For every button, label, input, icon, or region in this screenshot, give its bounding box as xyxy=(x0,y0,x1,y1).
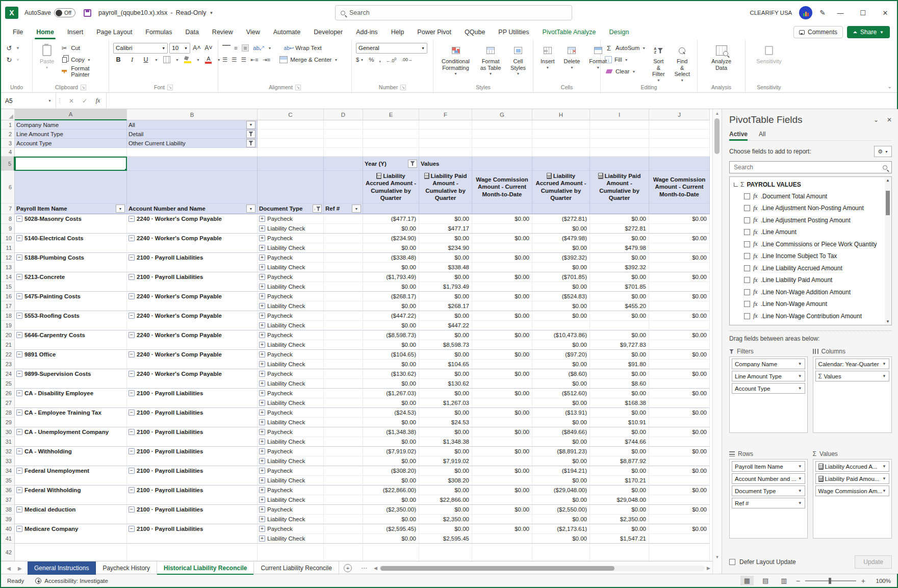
collapse-icon[interactable]: − xyxy=(16,235,22,241)
row-number[interactable]: 16 xyxy=(1,292,15,301)
column-header-I[interactable]: I xyxy=(590,109,649,120)
document-type-cell[interactable]: +Paycheck xyxy=(258,369,324,379)
insert-function-icon[interactable]: fx xyxy=(92,97,104,105)
grid-cell[interactable] xyxy=(532,148,590,157)
value-cell[interactable]: $0.00 xyxy=(419,408,472,418)
align-left-button[interactable]: ☰ xyxy=(222,56,227,63)
menu-tab-add-ins[interactable]: Add-ins xyxy=(349,24,384,40)
document-type-cell[interactable]: +Paycheck xyxy=(258,234,324,243)
account-cell[interactable]: −2240 · Worker's Comp Payable xyxy=(127,330,258,340)
expand-icon[interactable]: + xyxy=(259,322,265,328)
expand-icon[interactable]: + xyxy=(259,254,265,261)
collapse-icon[interactable]: − xyxy=(129,506,135,513)
value-cell[interactable]: $0.00 xyxy=(363,515,419,524)
field-checkbox[interactable] xyxy=(744,325,750,325)
value-cell[interactable]: $0.00 xyxy=(649,330,710,340)
align-top-button[interactable]: ▔▔ xyxy=(222,45,230,52)
value-cell[interactable] xyxy=(532,321,590,330)
value-cell[interactable]: $0.00 xyxy=(472,369,532,379)
value-cell[interactable]: $24.53 xyxy=(419,418,472,427)
value-cell[interactable]: $0.00 xyxy=(590,369,649,379)
row-number[interactable]: 14 xyxy=(1,272,15,282)
vertical-scrollbar[interactable]: ▲ ▼ xyxy=(712,109,722,574)
collapse-icon[interactable]: − xyxy=(129,448,135,454)
account-cell[interactable] xyxy=(127,301,258,311)
row-number[interactable]: 38 xyxy=(1,505,15,515)
value-cell[interactable] xyxy=(649,243,710,253)
field-list-item[interactable]: fx.Line Income Subject To Tax xyxy=(733,250,883,263)
ref-cell[interactable] xyxy=(324,369,363,379)
sheet-tab-paycheck-history[interactable]: Paycheck History xyxy=(96,561,157,575)
value-cell[interactable]: $0.00 xyxy=(472,350,532,360)
value-cell[interactable]: $2,595.45 xyxy=(419,534,472,544)
area-field-pill[interactable]: Liability Accrued A...▼ xyxy=(815,461,889,472)
value-cell[interactable]: ($7,919.02) xyxy=(363,447,419,456)
ref-cell[interactable] xyxy=(324,447,363,456)
grid-cell[interactable] xyxy=(649,130,710,139)
value-cell[interactable] xyxy=(649,398,710,408)
expand-icon[interactable]: + xyxy=(259,380,265,387)
area-field-pill[interactable]: Ref #▼ xyxy=(732,498,805,508)
value-cell[interactable]: $0.00 xyxy=(649,524,710,534)
expand-icon[interactable]: + xyxy=(259,332,265,338)
grid-cell[interactable] xyxy=(532,203,590,214)
menu-tab-automate[interactable]: Automate xyxy=(267,24,307,40)
comma-style-button[interactable]: , xyxy=(379,57,381,63)
grid-cell[interactable] xyxy=(649,148,710,157)
column-header-E[interactable]: E xyxy=(363,109,419,120)
value-cell[interactable] xyxy=(472,243,532,253)
accessibility-status[interactable]: Accessibility: Investigate xyxy=(44,578,108,584)
field-list-item[interactable]: fx.Line Liability Paid Amount xyxy=(733,274,883,287)
column-header-G[interactable]: G xyxy=(472,109,532,120)
value-cell[interactable]: ($24.53) xyxy=(363,408,419,418)
expand-icon[interactable]: + xyxy=(259,225,265,232)
value-cell[interactable]: $0.00 xyxy=(363,301,419,311)
document-type-cell[interactable]: +Liability Check xyxy=(258,379,324,389)
row-number[interactable]: 23 xyxy=(1,360,15,369)
grid-cell[interactable] xyxy=(127,157,258,171)
value-cell[interactable]: $0.00 xyxy=(419,272,472,282)
value-cell[interactable]: $7,919.02 xyxy=(419,456,472,466)
account-cell[interactable] xyxy=(127,360,258,369)
document-type-cell[interactable]: +Paycheck xyxy=(258,485,324,495)
value-cell[interactable]: $0.00 xyxy=(472,330,532,340)
comments-button[interactable]: Comments xyxy=(793,26,843,38)
row-number[interactable]: 20 xyxy=(1,330,15,340)
filter-label-cell[interactable]: Account Type xyxy=(15,139,127,148)
collapse-icon[interactable]: − xyxy=(129,293,135,299)
menu-tab-developer[interactable]: Developer xyxy=(307,24,349,40)
document-type-cell[interactable]: +Paycheck xyxy=(258,272,324,282)
menu-tab-review[interactable]: Review xyxy=(206,24,240,40)
payroll-item-cell[interactable]: −CA - Employee Training Tax xyxy=(15,408,127,418)
account-cell[interactable] xyxy=(127,379,258,389)
account-cell[interactable]: −2240 · Worker's Comp Payable xyxy=(127,369,258,379)
value-cell[interactable]: $0.00 xyxy=(472,466,532,476)
value-cell[interactable] xyxy=(472,456,532,466)
vscroll-thumb[interactable] xyxy=(714,118,720,154)
analyze-data-button[interactable]: Analyze Data xyxy=(702,43,741,72)
hscroll-thumb[interactable] xyxy=(380,566,615,571)
value-cell[interactable]: ($1,348.38) xyxy=(363,427,419,437)
value-cell[interactable]: $0.00 xyxy=(532,224,590,234)
expand-icon[interactable]: + xyxy=(259,516,265,522)
grid-cell[interactable] xyxy=(258,148,324,157)
row-number[interactable]: 30 xyxy=(1,427,15,437)
expand-icon[interactable]: + xyxy=(259,487,265,493)
payroll-item-cell[interactable] xyxy=(15,340,127,350)
value-cell[interactable]: $8.60 xyxy=(590,379,649,389)
expand-icon[interactable]: + xyxy=(259,293,265,299)
formula-input[interactable] xyxy=(107,93,897,109)
field-list-item[interactable]: fx.Line Non-Wage Contribution Amount xyxy=(733,310,883,322)
value-cell[interactable] xyxy=(649,456,710,466)
row-number[interactable]: 35 xyxy=(1,476,15,485)
row-number[interactable]: 37 xyxy=(1,495,15,505)
sheet-tabs-overflow[interactable]: ⋯ xyxy=(356,561,372,575)
value-cell[interactable]: $0.00 xyxy=(590,311,649,321)
value-cell[interactable]: $0.00 xyxy=(590,330,649,340)
expand-icon[interactable]: + xyxy=(259,351,265,357)
document-type-cell[interactable]: +Paycheck xyxy=(258,408,324,418)
field-list-item[interactable]: fx.Line Adjustment Non-Posting Amount xyxy=(733,202,883,215)
font-color-button[interactable]: A xyxy=(203,55,214,65)
decrease-indent-button[interactable]: ⇤≡ xyxy=(250,57,259,63)
value-cell[interactable]: $0.00 xyxy=(472,292,532,301)
